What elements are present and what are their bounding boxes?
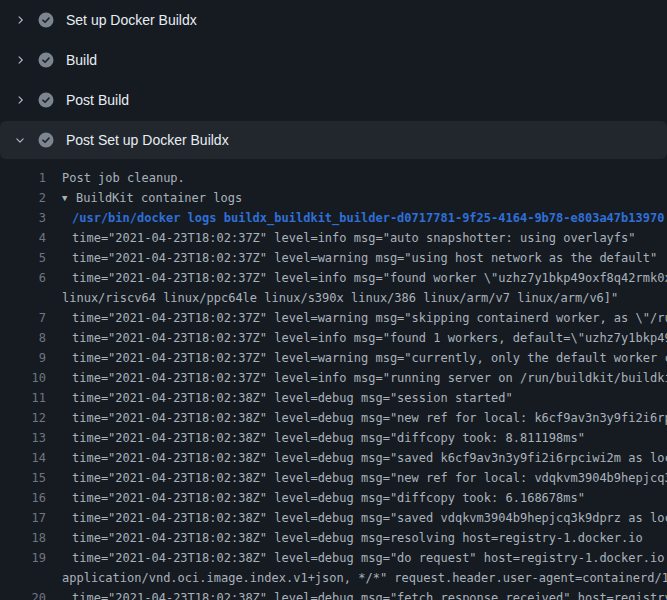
- line-number[interactable]: [0, 568, 46, 588]
- log-line: 14 time="2021-04-23T18:02:38Z" level=deb…: [0, 448, 667, 468]
- line-number[interactable]: 4: [0, 228, 46, 248]
- log-line: 12 time="2021-04-23T18:02:38Z" level=deb…: [0, 408, 667, 428]
- step-label: Build: [66, 52, 97, 68]
- log-text: Post job cleanup.: [62, 168, 185, 188]
- line-number[interactable]: 6: [0, 268, 46, 288]
- log-text: time="2021-04-23T18:02:37Z" level=info m…: [72, 368, 667, 388]
- log-text: time="2021-04-23T18:02:38Z" level=debug …: [72, 508, 667, 528]
- log-text: time="2021-04-23T18:02:37Z" level=warnin…: [72, 348, 667, 368]
- line-number[interactable]: 3: [0, 208, 46, 228]
- chevron-down-icon[interactable]: [12, 132, 28, 148]
- step-row[interactable]: Post Set up Docker Buildx: [0, 121, 667, 159]
- log-text: application/vnd.oci.image.index.v1+json,…: [62, 568, 667, 588]
- log-line: 3 /usr/bin/docker logs buildx_buildkit_b…: [0, 208, 667, 228]
- line-number[interactable]: 19: [0, 548, 46, 568]
- step-row[interactable]: Post Build: [0, 80, 667, 120]
- step-row[interactable]: Build: [0, 40, 667, 80]
- log-line: 16 time="2021-04-23T18:02:38Z" level=deb…: [0, 488, 667, 508]
- log-text: time="2021-04-23T18:02:37Z" level=warnin…: [72, 248, 657, 268]
- line-number[interactable]: 10: [0, 368, 46, 388]
- group-toggle-icon[interactable]: ▼: [62, 188, 74, 208]
- log-line: 20 time="2021-04-23T18:02:38Z" level=deb…: [0, 588, 667, 600]
- line-number[interactable]: 20: [0, 588, 46, 600]
- line-number[interactable]: 5: [0, 248, 46, 268]
- line-number[interactable]: 15: [0, 468, 46, 488]
- log-text: time="2021-04-23T18:02:38Z" level=debug …: [72, 428, 585, 448]
- log-text: time="2021-04-23T18:02:37Z" level=info m…: [72, 228, 636, 248]
- log-text: BuildKit container logs: [76, 188, 242, 208]
- log-line: 15 time="2021-04-23T18:02:38Z" level=deb…: [0, 468, 667, 488]
- line-number[interactable]: 1: [0, 168, 46, 188]
- check-circle-icon: [38, 132, 54, 148]
- line-number[interactable]: 7: [0, 308, 46, 328]
- log-line: 9 time="2021-04-23T18:02:37Z" level=warn…: [0, 348, 667, 368]
- log-line: 1 Post job cleanup.: [0, 168, 667, 188]
- line-number[interactable]: 2: [0, 188, 46, 208]
- log-line: 17 time="2021-04-23T18:02:38Z" level=deb…: [0, 508, 667, 528]
- line-number[interactable]: 16: [0, 488, 46, 508]
- line-number[interactable]: 11: [0, 388, 46, 408]
- check-circle-icon: [38, 92, 54, 108]
- log-text: time="2021-04-23T18:02:38Z" level=debug …: [72, 588, 667, 600]
- check-circle-icon: [38, 12, 54, 28]
- log-line: 7 time="2021-04-23T18:02:37Z" level=warn…: [0, 308, 667, 328]
- log-line: 13 time="2021-04-23T18:02:38Z" level=deb…: [0, 428, 667, 448]
- log-line: 19 time="2021-04-23T18:02:38Z" level=deb…: [0, 548, 667, 568]
- line-number[interactable]: 14: [0, 448, 46, 468]
- log-text: time="2021-04-23T18:02:38Z" level=debug …: [72, 548, 667, 568]
- chevron-right-icon[interactable]: [12, 52, 28, 68]
- line-number[interactable]: 18: [0, 528, 46, 548]
- line-number[interactable]: 17: [0, 508, 46, 528]
- log-line: 2 ▼ BuildKit container logs: [0, 188, 667, 208]
- log-line: 11 time="2021-04-23T18:02:38Z" level=deb…: [0, 388, 667, 408]
- line-number[interactable]: 9: [0, 348, 46, 368]
- step-row[interactable]: Set up Docker Buildx: [0, 0, 667, 40]
- steps-list: Set up Docker Buildx Build Post Build Po…: [0, 0, 667, 159]
- check-circle-icon: [38, 52, 54, 68]
- line-number[interactable]: [0, 288, 46, 308]
- log-line-continuation: application/vnd.oci.image.index.v1+json,…: [0, 568, 667, 588]
- step-label: Post Build: [66, 92, 129, 108]
- log-text: time="2021-04-23T18:02:38Z" level=debug …: [72, 408, 667, 428]
- log-line: 8 time="2021-04-23T18:02:37Z" level=info…: [0, 328, 667, 348]
- line-number[interactable]: 8: [0, 328, 46, 348]
- line-number[interactable]: 12: [0, 408, 46, 428]
- log-text: linux/riscv64 linux/ppc64le linux/s390x …: [62, 288, 618, 308]
- log-text: time="2021-04-23T18:02:38Z" level=debug …: [72, 448, 667, 468]
- log-text: time="2021-04-23T18:02:37Z" level=info m…: [72, 268, 667, 288]
- log-text: time="2021-04-23T18:02:37Z" level=warnin…: [72, 308, 667, 328]
- log-line-continuation: linux/riscv64 linux/ppc64le linux/s390x …: [0, 288, 667, 308]
- log-line: 4 time="2021-04-23T18:02:37Z" level=info…: [0, 228, 667, 248]
- log-text: time="2021-04-23T18:02:38Z" level=debug …: [72, 528, 643, 548]
- log-text: time="2021-04-23T18:02:37Z" level=info m…: [72, 328, 667, 348]
- log-line: 18 time="2021-04-23T18:02:38Z" level=deb…: [0, 528, 667, 548]
- line-number[interactable]: 13: [0, 428, 46, 448]
- log-text: time="2021-04-23T18:02:38Z" level=debug …: [72, 468, 667, 488]
- step-label: Post Set up Docker Buildx: [66, 132, 229, 148]
- log-text: time="2021-04-23T18:02:38Z" level=debug …: [72, 388, 513, 408]
- log-text: time="2021-04-23T18:02:38Z" level=debug …: [72, 488, 585, 508]
- log-line: 10 time="2021-04-23T18:02:37Z" level=inf…: [0, 368, 667, 388]
- chevron-right-icon[interactable]: [12, 92, 28, 108]
- chevron-right-icon[interactable]: [12, 12, 28, 28]
- actions-log-viewer: Set up Docker Buildx Build Post Build Po…: [0, 0, 667, 600]
- log-area: 1 Post job cleanup. 2 ▼ BuildKit contain…: [0, 160, 667, 600]
- log-text: /usr/bin/docker logs buildx_buildkit_bui…: [72, 208, 664, 228]
- step-label: Set up Docker Buildx: [66, 12, 197, 28]
- log-line: 6 time="2021-04-23T18:02:37Z" level=info…: [0, 268, 667, 288]
- log-line: 5 time="2021-04-23T18:02:37Z" level=warn…: [0, 248, 667, 268]
